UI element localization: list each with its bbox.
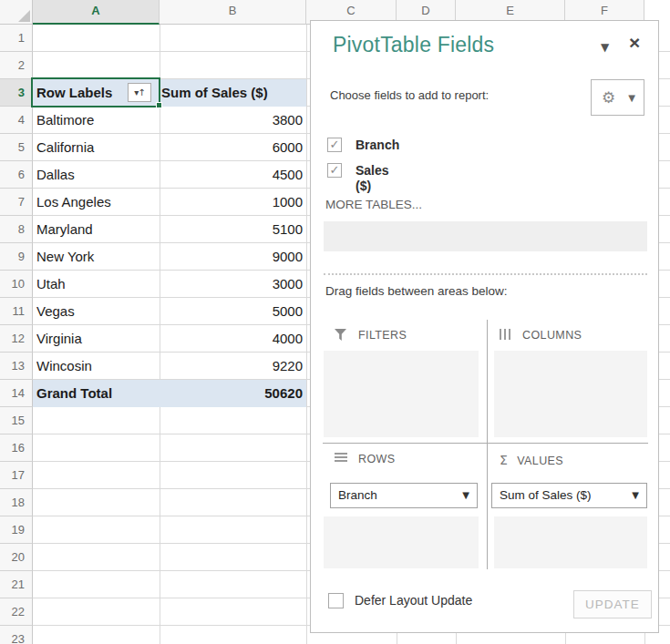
defer-layout-update-checkbox[interactable] xyxy=(328,593,344,608)
pane-options-chevron-icon[interactable]: ▼ xyxy=(601,41,609,54)
cell-sales[interactable]: 9220 xyxy=(160,353,306,380)
row-header-8[interactable]: 8 xyxy=(0,216,33,243)
values-chip-chevron-icon[interactable]: ▼ xyxy=(632,484,639,507)
cell-branch[interactable]: Los Angeles xyxy=(36,189,158,216)
cell-branch[interactable]: Virginia xyxy=(36,325,158,353)
cell-branch[interactable]: Vegas xyxy=(36,298,158,325)
column-header-b[interactable]: B xyxy=(160,0,306,25)
cell-branch[interactable]: Utah xyxy=(36,271,158,298)
tools-button[interactable]: ⚙ ▼ xyxy=(591,79,644,116)
values-drop-zone[interactable] xyxy=(494,516,647,568)
cell-sales[interactable]: 6000 xyxy=(160,134,306,161)
grid-line-bc xyxy=(306,25,307,644)
values-area-label: ΣVALUES xyxy=(500,453,563,467)
row-header-4[interactable]: 4 xyxy=(0,107,33,134)
rows-icon xyxy=(335,453,347,464)
values-field-chip-sum-of-sales[interactable]: Sum of Sales ($) ▼ xyxy=(491,483,647,508)
filters-area-label: FILTERS xyxy=(335,329,407,342)
cell-branch[interactable]: Maryland xyxy=(36,216,158,243)
rows-drop-zone[interactable] xyxy=(324,516,479,568)
row-header-1[interactable]: 1 xyxy=(0,25,33,52)
row-header-14[interactable]: 14 xyxy=(0,380,33,407)
cell-branch[interactable]: California xyxy=(36,134,158,161)
cell-branch[interactable]: Baltimore xyxy=(36,107,158,134)
row-header-2[interactable]: 2 xyxy=(0,52,33,79)
excel-window: A B C D E F 1 2 3 4 5 6 7 8 9 10 11 12 1… xyxy=(0,0,670,644)
cell-grand-total-value[interactable]: 50620 xyxy=(160,380,306,407)
cell-sales[interactable]: 4000 xyxy=(160,325,306,353)
columns-drop-zone[interactable] xyxy=(494,351,647,437)
rows-field-chip-branch[interactable]: Branch ▼ xyxy=(330,483,478,508)
row-header-3[interactable]: 3 xyxy=(0,79,33,107)
row-header-11[interactable]: 11 xyxy=(0,298,33,325)
pane-title: PivotTable Fields xyxy=(333,33,494,57)
areas-horizontal-divider xyxy=(323,443,648,444)
row-header-5[interactable]: 5 xyxy=(0,134,33,161)
cell-sales[interactable]: 3800 xyxy=(160,107,306,134)
row-header-15[interactable]: 15 xyxy=(0,407,33,434)
cell-sales[interactable]: 9000 xyxy=(160,243,306,271)
rows-area-label: ROWS xyxy=(335,453,396,465)
row-header-7[interactable]: 7 xyxy=(0,189,33,216)
column-header-a[interactable]: A xyxy=(33,0,160,25)
field-list-remainder xyxy=(324,221,647,251)
row-header-19[interactable]: 19 xyxy=(0,516,33,544)
pane-close-icon[interactable]: × xyxy=(629,33,640,53)
rows-chip-label: Branch xyxy=(338,484,377,507)
cell-sales[interactable]: 5100 xyxy=(160,216,306,243)
filters-drop-zone[interactable] xyxy=(324,351,479,437)
values-chip-label: Sum of Sales ($) xyxy=(500,484,592,507)
cell-sales[interactable]: 1000 xyxy=(160,189,306,216)
tools-chevron-icon: ▼ xyxy=(628,93,635,103)
defer-layout-update-label[interactable]: Defer Layout Update xyxy=(355,593,472,608)
pane-separator xyxy=(324,273,647,275)
cell-branch[interactable]: Dallas xyxy=(36,161,158,189)
select-all-button[interactable] xyxy=(0,0,33,25)
columns-area-label: COLUMNS xyxy=(500,329,582,342)
row-header-17[interactable]: 17 xyxy=(0,462,33,489)
branch-checkbox[interactable]: ✓ xyxy=(327,138,342,152)
drag-fields-label: Drag fields between areas below: xyxy=(325,284,508,298)
row-header-22[interactable]: 22 xyxy=(0,598,33,626)
cell-sales[interactable]: 5000 xyxy=(160,298,306,325)
row-header-23[interactable]: 23 xyxy=(0,626,33,644)
row-labels-filter-button[interactable]: ▾↑ xyxy=(128,83,151,102)
filter-funnel-icon xyxy=(335,329,346,341)
row-header-13[interactable]: 13 xyxy=(0,353,33,380)
row-header-10[interactable]: 10 xyxy=(0,271,33,298)
cell-grand-total-label[interactable]: Grand Total xyxy=(36,380,158,407)
select-all-triangle-icon xyxy=(18,10,30,22)
areas-vertical-divider xyxy=(487,320,488,569)
sigma-icon: Σ xyxy=(500,453,508,467)
row-header-20[interactable]: 20 xyxy=(0,544,33,571)
cell-sales[interactable]: 4500 xyxy=(160,161,306,189)
gear-icon: ⚙ xyxy=(602,87,615,107)
update-button[interactable]: UPDATE xyxy=(573,590,652,618)
cell-branch[interactable]: Wincosin xyxy=(36,353,158,380)
sales-field-label[interactable]: Sales ($) xyxy=(356,163,389,194)
cell-sales[interactable]: 3000 xyxy=(160,271,306,298)
pivottable-fields-pane: PivotTable Fields ▼ × Choose fields to a… xyxy=(310,20,659,633)
row-header-18[interactable]: 18 xyxy=(0,489,33,516)
row-header-9[interactable]: 9 xyxy=(0,243,33,271)
columns-icon xyxy=(500,329,512,340)
cell-b3-sum-of-sales[interactable]: Sum of Sales ($) xyxy=(161,79,306,107)
row-header-16[interactable]: 16 xyxy=(0,434,33,462)
cell-branch[interactable]: New York xyxy=(36,243,158,271)
row-header-21[interactable]: 21 xyxy=(0,571,33,598)
sales-checkbox[interactable]: ✓ xyxy=(327,163,342,178)
row-header-12[interactable]: 12 xyxy=(0,325,33,353)
row-header-6[interactable]: 6 xyxy=(0,161,33,189)
choose-fields-label: Choose fields to add to report: xyxy=(330,88,489,102)
more-tables-link[interactable]: MORE TABLES... xyxy=(325,198,422,211)
rows-chip-chevron-icon[interactable]: ▼ xyxy=(462,484,469,507)
cell-a3-row-labels[interactable]: Row Labels xyxy=(36,79,128,107)
branch-field-label[interactable]: Branch xyxy=(356,138,399,153)
